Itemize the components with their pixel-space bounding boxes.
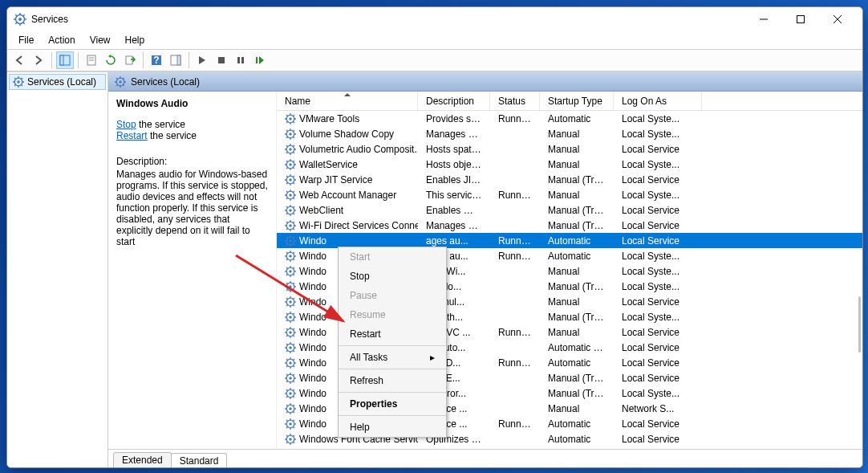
nav-back-button[interactable]: [10, 51, 28, 69]
minimize-button[interactable]: [745, 7, 782, 31]
service-row[interactable]: Volume Shadow CopyManages an...ManualLoc…: [277, 126, 862, 141]
ctx-pause: Pause: [339, 286, 446, 305]
service-logon: Local Syste...: [614, 113, 702, 124]
show-hide-action-pane-button[interactable]: [167, 51, 185, 69]
service-startup: Automatic: [540, 418, 614, 430]
service-logon: Local Syste...: [614, 190, 702, 201]
gear-icon: [285, 220, 296, 231]
service-name: Web Account Manager: [299, 190, 396, 201]
svg-rect-27: [256, 57, 258, 63]
scrollbar-thumb[interactable]: [858, 296, 861, 353]
service-name: Windo: [299, 342, 327, 353]
toolbar: ?: [7, 49, 862, 71]
svg-rect-25: [237, 57, 240, 63]
service-description: Enables Win...: [418, 205, 490, 216]
ctx-restart[interactable]: Restart: [339, 324, 446, 344]
service-name: Warp JIT Service: [299, 174, 372, 186]
restart-link[interactable]: Restart: [116, 130, 148, 141]
svg-rect-19: [126, 56, 132, 64]
gear-icon: [285, 113, 296, 124]
svg-rect-11: [797, 16, 805, 23]
right-pane: Services (Local) Windows Audio Stop the …: [108, 72, 862, 467]
maximize-button[interactable]: [782, 7, 819, 31]
tab-extended[interactable]: Extended: [113, 452, 172, 467]
menu-action[interactable]: Action: [42, 33, 81, 47]
service-row[interactable]: Wi-Fi Direct Services Conne...Manages co…: [277, 218, 862, 233]
menu-help[interactable]: Help: [119, 33, 152, 47]
restart-service-button[interactable]: [251, 51, 269, 69]
service-name: Volumetric Audio Composit...: [299, 144, 418, 155]
service-startup: Manual (Trig...: [540, 174, 614, 186]
col-description[interactable]: Description: [418, 92, 490, 110]
service-description: Enables JIT ...: [418, 174, 490, 186]
service-startup: Manual: [540, 144, 614, 155]
service-logon: Local Service: [614, 373, 702, 384]
stop-service-button[interactable]: [213, 51, 230, 69]
service-startup: Automatic (Trig...: [540, 342, 614, 353]
service-name: Windo: [299, 388, 327, 399]
close-button[interactable]: [819, 7, 856, 31]
service-row[interactable]: Volumetric Audio Composit...Hosts spatia…: [277, 141, 862, 157]
service-name: Windo: [299, 312, 327, 323]
tab-standard[interactable]: Standard: [171, 453, 228, 467]
gear-icon: [285, 418, 296, 430]
gear-icon: [285, 128, 296, 140]
gear-icon: [285, 144, 296, 155]
col-status[interactable]: Status: [490, 92, 540, 110]
menu-view[interactable]: View: [83, 33, 117, 47]
service-logon: Local Service: [614, 296, 702, 308]
col-log-on-as[interactable]: Log On As: [614, 92, 702, 110]
svg-rect-23: [177, 55, 180, 65]
service-logon: Local Service: [614, 220, 702, 231]
view-tabs: Extended Standard: [108, 450, 862, 467]
ctx-stop[interactable]: Stop: [339, 267, 446, 286]
service-status: Running: [490, 251, 540, 262]
service-logon: Local Syste...: [614, 266, 702, 277]
service-row[interactable]: VMware ToolsProvides su...RunningAutomat…: [277, 111, 862, 126]
gear-icon: [285, 174, 296, 186]
service-name: Windo: [299, 373, 327, 384]
properties-button[interactable]: [83, 51, 100, 69]
service-row[interactable]: WalletServiceHosts objec...ManualLocal S…: [277, 157, 862, 172]
gear-icon: [285, 342, 296, 353]
refresh-button[interactable]: [102, 51, 120, 69]
service-logon: Network S...: [614, 403, 702, 414]
gear-icon: [285, 403, 296, 414]
ctx-properties[interactable]: Properties: [339, 394, 446, 414]
stop-link[interactable]: Stop: [116, 119, 136, 130]
nav-forward-button[interactable]: [30, 51, 47, 69]
gear-icon: [285, 357, 296, 369]
window-title: Services: [31, 14, 68, 25]
service-logon: Local Syste...: [614, 388, 702, 399]
tree-root-item[interactable]: Services (Local): [9, 74, 106, 90]
ctx-all-tasks[interactable]: All Tasks▸: [339, 348, 446, 367]
service-name: Windo: [299, 418, 327, 430]
service-logon: Local Syste...: [614, 312, 702, 323]
help-button[interactable]: ?: [148, 51, 165, 69]
service-logon: Local Syste...: [614, 281, 702, 292]
col-startup-type[interactable]: Startup Type: [540, 92, 614, 110]
service-description: Hosts objec...: [418, 159, 490, 170]
gear-icon: [285, 388, 296, 399]
service-description: Manages co...: [418, 220, 490, 231]
service-row[interactable]: Web Account ManagerThis service ...Runni…: [277, 187, 862, 202]
svg-rect-24: [218, 57, 225, 63]
service-status: Running: [490, 357, 540, 369]
details-pane: Windows Audio Stop the service Restart t…: [108, 92, 277, 449]
show-hide-tree-button[interactable]: [56, 51, 74, 69]
service-row[interactable]: WebClientEnables Win...Manual (Trig...Lo…: [277, 202, 862, 218]
export-list-button[interactable]: [121, 51, 139, 69]
service-row[interactable]: Warp JIT ServiceEnables JIT ...Manual (T…: [277, 172, 862, 187]
col-name[interactable]: Name: [277, 92, 418, 110]
service-logon: Local Service: [614, 418, 702, 430]
gear-icon: [285, 296, 296, 308]
menu-file[interactable]: File: [12, 33, 40, 47]
service-name: Wi-Fi Direct Services Conne...: [299, 220, 418, 231]
start-service-button[interactable]: [193, 51, 211, 69]
pause-service-button[interactable]: [232, 51, 249, 69]
service-logon: Local Service: [614, 174, 702, 186]
ctx-help[interactable]: Help: [339, 418, 446, 437]
ctx-refresh[interactable]: Refresh: [339, 371, 446, 390]
app-icon: [14, 13, 26, 26]
gear-icon: [285, 190, 296, 201]
